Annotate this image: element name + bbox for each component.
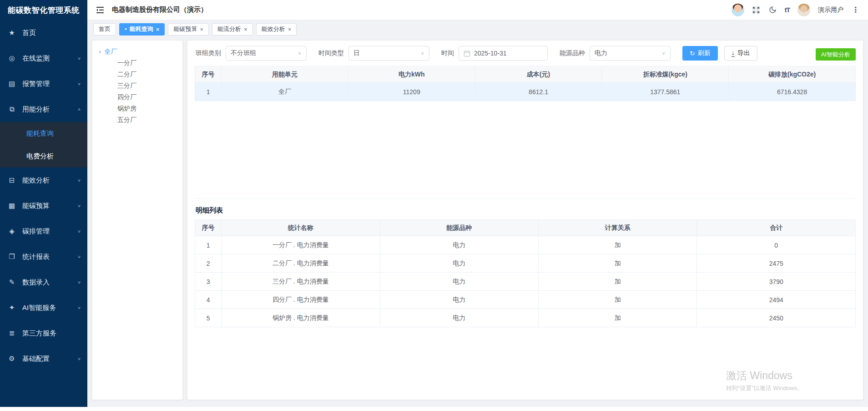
col-header: 统计名称 xyxy=(222,220,380,236)
sidebar-item-carbon-emission[interactable]: ◈ 碳排管理 ∨ xyxy=(0,218,87,244)
col-header: 用能单元 xyxy=(222,66,348,83)
gear-icon: ⚙ xyxy=(7,355,16,363)
close-icon[interactable]: × xyxy=(288,26,292,33)
chevron-down-icon: ∨ xyxy=(77,56,81,61)
tree-node-child[interactable]: 五分厂 xyxy=(96,114,179,126)
group-type-label: 班组类别 xyxy=(196,49,221,57)
group-type-select[interactable]: 不分班组 ∨ xyxy=(226,46,307,61)
sidebar-item-basic-config[interactable]: ⚙ 基础配置 ∨ xyxy=(0,346,87,371)
tree-node-child[interactable]: 锅炉房 xyxy=(96,103,179,114)
table-row[interactable]: 4 四分厂 . 电力消费量 电力 加 2494 xyxy=(195,291,856,309)
chevron-down-icon: ∨ xyxy=(77,254,81,259)
sidebar-item-ai-services[interactable]: ✦ AI智能服务 ∨ xyxy=(0,295,87,320)
sidebar-item-home[interactable]: ★ 首页 xyxy=(0,20,87,46)
tab-energy-query[interactable]: ● 能耗查询 × xyxy=(119,23,165,36)
assistant-avatar[interactable] xyxy=(732,4,744,16)
table-row[interactable]: 1 一分厂 . 电力消费量 电力 加 0 xyxy=(195,236,856,254)
tree-node-root[interactable]: ▾ 全厂 xyxy=(96,46,179,57)
tree-node-child[interactable]: 一分厂 xyxy=(96,57,179,69)
filter-bar: 班组类别 不分班组 ∨ 时间类型 日 ∨ 时间 xyxy=(195,46,856,61)
sidebar-item-label: 用能分析 xyxy=(22,105,50,114)
sidebar-item-label: 首页 xyxy=(22,29,36,37)
sidebar-subitem-energy-query[interactable]: 能耗查询 xyxy=(0,122,87,145)
fullscreen-icon[interactable] xyxy=(752,5,761,14)
refresh-button[interactable]: ↻ 刷新 xyxy=(682,46,718,61)
sidebar-item-data-entry[interactable]: ✎ 数据录入 ∨ xyxy=(0,269,87,295)
user-avatar[interactable] xyxy=(797,4,810,16)
ai-analysis-button[interactable]: AI智能分析 xyxy=(816,48,856,61)
cell-index: 1 xyxy=(195,83,222,101)
cell-energy-type: 电力 xyxy=(380,273,538,291)
close-icon[interactable]: × xyxy=(156,26,160,33)
export-button[interactable]: ↓ 导出 xyxy=(724,46,757,61)
summary-table: 序号 用能单元 电力kWh 成本(元) 折标准煤(kgce) 碳排放(kgCO2… xyxy=(195,66,856,101)
sidebar-subitem-electricity-cost[interactable]: 电费分析 xyxy=(0,145,87,167)
close-icon[interactable]: × xyxy=(244,26,247,33)
chevron-down-icon: ∨ xyxy=(77,280,81,284)
group-type-value: 不分班组 xyxy=(231,49,256,57)
sidebar-submenu-energy-analysis: 能耗查询 电费分析 xyxy=(0,122,87,167)
more-kebab-icon[interactable]: ⋮ xyxy=(851,5,860,14)
tree-node-child[interactable]: 四分厂 xyxy=(96,91,179,103)
table-row[interactable]: 1 全厂 11209 8612.1 1377.5861 6716.4328 xyxy=(195,83,856,101)
table-row[interactable]: 2 二分厂 . 电力消费量 电力 加 2475 xyxy=(195,254,856,273)
cell-index: 3 xyxy=(195,273,222,291)
summary-table-header-row: 序号 用能单元 电力kWh 成本(元) 折标准煤(kgce) 碳排放(kgCO2… xyxy=(195,66,856,83)
chevron-down-icon: ∨ xyxy=(77,81,81,86)
tab-label: 能耗查询 xyxy=(130,25,153,33)
cell-electricity: 11209 xyxy=(348,83,475,101)
tab-home[interactable]: 首页 xyxy=(93,23,116,36)
tab-energy-flow[interactable]: 能流分析 × xyxy=(212,23,253,36)
col-header: 计算关系 xyxy=(539,220,697,236)
sidebar-item-label: 统计报表 xyxy=(22,253,50,261)
tab-carbon-budget[interactable]: 能碳预算 × xyxy=(168,23,209,36)
watermark-line1: 激活 Windows xyxy=(726,369,803,383)
tab-label: 首页 xyxy=(99,25,111,33)
tab-efficiency-analysis[interactable]: 能效分析 × xyxy=(256,23,297,36)
energy-type-select[interactable]: 电力 ∨ xyxy=(590,46,671,61)
sidebar-item-carbon-budget[interactable]: ▦ 能碳预算 ∨ xyxy=(0,193,87,218)
sidebar-item-alarm-management[interactable]: ▤ 报警管理 ∨ xyxy=(0,71,87,96)
sidebar-item-label: 报警管理 xyxy=(22,80,50,88)
eye-icon: ◎ xyxy=(7,54,16,62)
table-row[interactable]: 3 三分厂 . 电力消费量 电力 加 3790 xyxy=(195,273,856,291)
caret-down-icon: ▾ xyxy=(99,49,101,55)
export-label: 导出 xyxy=(737,49,750,57)
book-icon: ⧉ xyxy=(7,105,16,113)
dark-mode-moon-icon[interactable] xyxy=(768,5,777,14)
menu-collapse-icon[interactable] xyxy=(96,5,105,15)
close-icon[interactable]: × xyxy=(200,26,203,33)
tab-label: 能碳预算 xyxy=(173,25,197,33)
sidebar-item-label: 在线监测 xyxy=(22,54,50,63)
horizontal-scrollbar[interactable] xyxy=(0,407,868,411)
edit-icon: ✎ xyxy=(7,278,16,286)
tree-node-child[interactable]: 三分厂 xyxy=(96,80,179,91)
date-picker[interactable]: 2025-10-31 xyxy=(459,46,548,61)
compass-icon: ◈ xyxy=(7,227,16,235)
chevron-down-icon: ∨ xyxy=(77,305,81,310)
download-icon: ↓ xyxy=(732,50,735,57)
chevron-down-icon: ∨ xyxy=(77,203,81,208)
sidebar-item-third-party[interactable]: ≣ 第三方服务 xyxy=(0,320,87,346)
sidebar-item-online-monitoring[interactable]: ◎ 在线监测 ∨ xyxy=(0,46,87,71)
layers-icon: ≣ xyxy=(7,329,16,337)
font-size-icon[interactable]: tT xyxy=(785,6,790,14)
sidebar-item-statistics-report[interactable]: ❐ 统计报表 ∨ xyxy=(0,244,87,269)
cell-carbon: 6716.4328 xyxy=(729,83,856,101)
cell-energy-type: 电力 xyxy=(380,309,538,327)
calendar-icon xyxy=(464,50,470,57)
col-header: 合计 xyxy=(697,220,856,236)
time-type-select[interactable]: 日 ∨ xyxy=(348,46,429,61)
cell-total: 2494 xyxy=(697,291,856,309)
tree-node-child[interactable]: 二分厂 xyxy=(96,69,179,80)
sidebar-item-efficiency-analysis[interactable]: ⊟ 能效分析 ∨ xyxy=(0,167,87,193)
main-area: 电器制造股份有限公司（演示） tT 演示用户 xyxy=(87,0,868,407)
detail-table-header-row: 序号 统计名称 能源品种 计算关系 合计 xyxy=(195,220,856,236)
col-header: 序号 xyxy=(195,220,222,236)
app-root: 能碳数智化管理系统 ★ 首页 ◎ 在线监测 ∨ ▤ 报警管理 ∨ ⧉ 用能分析 … xyxy=(0,0,868,411)
cell-stat-name: 锅炉房 . 电力消费量 xyxy=(222,309,380,327)
app-title: 能碳数智化管理系统 xyxy=(0,0,87,20)
sidebar-item-label: 数据录入 xyxy=(22,278,50,287)
sidebar-item-energy-analysis[interactable]: ⧉ 用能分析 ∧ xyxy=(0,96,87,122)
table-row[interactable]: 5 锅炉房 . 电力消费量 电力 加 2450 xyxy=(195,309,856,327)
